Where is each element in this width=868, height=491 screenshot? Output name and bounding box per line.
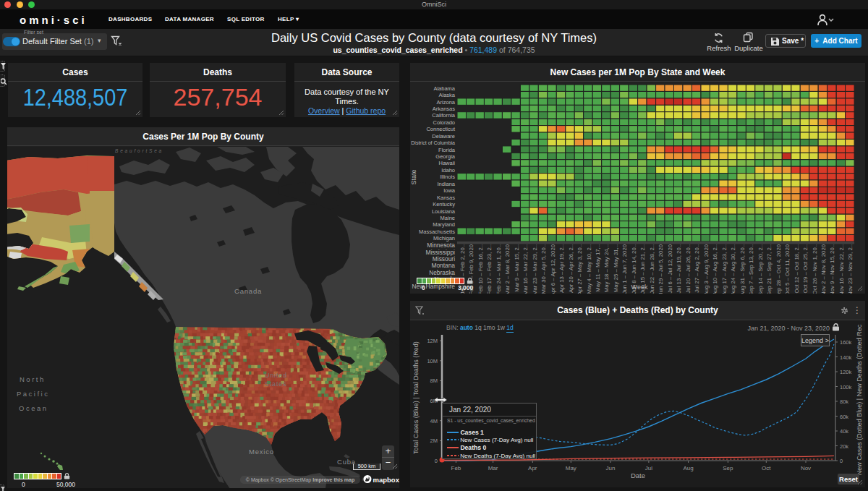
svg-text:Ocean: Ocean <box>19 404 48 412</box>
svg-text:Pacific: Pacific <box>17 390 49 398</box>
svg-text:Mexico: Mexico <box>249 448 274 456</box>
svg-text:12M: 12M <box>427 338 438 344</box>
svg-text:Illinois: Illinois <box>440 174 455 180</box>
svg-text:Date: Date <box>631 471 645 479</box>
svg-text:Jun: Jun <box>606 465 616 471</box>
svg-text:Sep 7 – Sep 13, 20..: Sep 7 – Sep 13, 20.. <box>748 244 754 294</box>
svg-text:Week: Week <box>631 283 648 291</box>
svg-text:Connecticut: Connecticut <box>426 126 456 132</box>
svg-text:Kentucky: Kentucky <box>433 201 455 208</box>
svg-text:States: States <box>265 380 286 388</box>
svg-text:Jul 13 – Jul 19, 20..: Jul 13 – Jul 19, 20.. <box>676 244 682 294</box>
svg-text:Idaho: Idaho <box>441 167 455 174</box>
svg-text:Maine: Maine <box>441 215 455 221</box>
svg-text:20k: 20k <box>840 443 848 450</box>
svg-text:Mar: Mar <box>488 465 498 471</box>
svg-text:Aug 10 – Aug 16, 2..: Aug 10 – Aug 16, 2.. <box>712 244 718 294</box>
svg-text:Louisiana: Louisiana <box>432 208 456 215</box>
svg-text:80k: 80k <box>840 398 848 405</box>
svg-text:0: 0 <box>840 458 843 464</box>
svg-text:May 25 – May 31,..: May 25 – May 31,.. <box>613 244 619 292</box>
svg-text:Aug 24 – Aug 30, 2..: Aug 24 – Aug 30, 2.. <box>730 244 736 294</box>
svg-text:Mar 30 – Apr 5, 20..: Mar 30 – Apr 5, 20.. <box>540 244 547 294</box>
svg-text:4M: 4M <box>430 418 438 424</box>
svg-text:Sep: Sep <box>723 465 733 471</box>
svg-text:Jun 22 – Jun 28, 2..: Jun 22 – Jun 28, 2.. <box>649 244 655 294</box>
svg-text:100k: 100k <box>840 384 852 390</box>
svg-text:mapbox: mapbox <box>373 476 400 484</box>
svg-text:Apr 27 – May 3, 20..: Apr 27 – May 3, 20.. <box>576 244 583 294</box>
svg-text:Nov 23 – Nov 29, 2..: Nov 23 – Nov 29, 2.. <box>847 244 854 294</box>
svg-text:Nov 16 – Nov 22, 2..: Nov 16 – Nov 22, 2.. <box>838 244 845 294</box>
svg-text:May: May <box>566 465 576 471</box>
svg-text:California: California <box>432 112 456 119</box>
svg-text:Kansas: Kansas <box>437 195 455 201</box>
svg-text:Alaska: Alaska <box>438 92 455 98</box>
svg-text:Aug 17 – Aug 23, 2..: Aug 17 – Aug 23, 2.. <box>721 244 728 294</box>
svg-text:140k: 140k <box>840 354 852 361</box>
svg-text:May 11 – May 17,..: May 11 – May 17,.. <box>595 244 601 292</box>
svg-text:160k: 160k <box>840 339 852 346</box>
svg-text:Michigan: Michigan <box>433 235 455 242</box>
svg-text:Jul 27 – Aug 2, 20..: Jul 27 – Aug 2, 20.. <box>694 244 700 293</box>
svg-text:Maryland: Maryland <box>433 221 455 228</box>
svg-text:Aug 3 – Aug 9, 2020: Aug 3 – Aug 9, 2020 <box>703 244 710 294</box>
svg-text:Feb 24 – Mar 1, 20..: Feb 24 – Mar 1, 20.. <box>495 244 502 294</box>
svg-text:40k: 40k <box>840 428 848 435</box>
svg-text:Sep 28 – Oct 4, 2020: Sep 28 – Oct 4, 2020 <box>775 244 782 294</box>
svg-text:Oct 19 – Oct 25, 2..: Oct 19 – Oct 25, 2.. <box>802 244 809 294</box>
svg-text:B e a u f o r t S e a: B e a u f o r t S e a <box>115 148 162 153</box>
svg-text:Arkansas: Arkansas <box>433 106 456 112</box>
svg-text:Apr 13 – Apr 19, 2..: Apr 13 – Apr 19, 2.. <box>558 244 565 293</box>
svg-text:Apr: Apr <box>528 465 537 471</box>
svg-text:Sep 14 – Sep 20, 2..: Sep 14 – Sep 20, 2.. <box>757 244 764 294</box>
svg-text:Feb 10 – Feb 16, 2..: Feb 10 – Feb 16, 2.. <box>477 244 484 294</box>
svg-text:8M: 8M <box>430 377 438 384</box>
svg-text:Feb 17 – Feb 23, 2..: Feb 17 – Feb 23, 2.. <box>486 244 493 294</box>
svg-text:Indiana: Indiana <box>437 181 455 187</box>
svg-text:120k: 120k <box>840 369 852 375</box>
svg-text:Jul 6 – Jul 12, 2020: Jul 6 – Jul 12, 2020 <box>667 244 673 293</box>
svg-text:Mar 23 – Mar 29, 2..: Mar 23 – Mar 29, 2.. <box>532 244 538 294</box>
svg-text:Jul 20 – Jul 26, 20..: Jul 20 – Jul 26, 20.. <box>685 244 692 294</box>
svg-text:Feb: Feb <box>451 465 461 471</box>
svg-text:Hawaii: Hawaii <box>438 160 455 166</box>
svg-text:Arizona: Arizona <box>437 99 456 106</box>
svg-text:North: North <box>20 375 46 383</box>
svg-text:Nov: Nov <box>801 465 811 471</box>
svg-text:Oct 26 – Nov 1, 20..: Oct 26 – Nov 1, 20.. <box>812 244 818 294</box>
svg-text:Jul: Jul <box>645 465 652 471</box>
svg-text:2M: 2M <box>430 437 438 444</box>
svg-text:Nebraska: Nebraska <box>429 269 455 276</box>
svg-text:State: State <box>410 169 417 184</box>
svg-text:Georgia: Georgia <box>435 153 456 160</box>
svg-text:Mar 16 – Mar 22, 2..: Mar 16 – Mar 22, 2.. <box>522 244 529 294</box>
svg-text:Apr 20 – Apr 26, 2..: Apr 20 – Apr 26, 2.. <box>568 244 574 293</box>
svg-text:Oct: Oct <box>762 465 771 471</box>
svg-text:United: United <box>265 372 287 379</box>
svg-text:Nov 9 – Nov 15, 20..: Nov 9 – Nov 15, 20.. <box>829 244 835 294</box>
svg-text:Iowa: Iowa <box>443 187 456 194</box>
svg-text:Colorado: Colorado <box>433 119 455 126</box>
svg-text:Oct 5 – Oct 11, 2020: Oct 5 – Oct 11, 2020 <box>784 244 791 294</box>
svg-text:0: 0 <box>435 458 438 464</box>
svg-text:Delaware: Delaware <box>432 133 455 140</box>
svg-text:Total Cases (Blue) | Total Dea: Total Cases (Blue) | Total Deaths (Red) <box>412 341 420 454</box>
svg-text:Mar 2 – Mar 8, 2020: Mar 2 – Mar 8, 2020 <box>504 244 511 294</box>
svg-text:10M: 10M <box>427 358 438 364</box>
svg-text:May 4 – May 10, 2..: May 4 – May 10, 2.. <box>586 244 592 294</box>
svg-text:Aug 31 – Sep 6, 20..: Aug 31 – Sep 6, 20.. <box>739 244 746 294</box>
svg-text:Jun 29 – Jul 5, 2020: Jun 29 – Jul 5, 2020 <box>658 244 664 294</box>
svg-text:Massachusetts: Massachusetts <box>419 229 455 235</box>
svg-text:Mar 9 – Mar 15, 2..: Mar 9 – Mar 15, 2.. <box>514 244 520 292</box>
svg-text:New Cases (Dotted Blue) | New: New Cases (Dotted Blue) | New Deaths (Do… <box>856 324 863 475</box>
svg-text:District of Columbia: District of Columbia <box>411 140 455 145</box>
svg-text:Canada: Canada <box>234 287 262 295</box>
svg-text:Aug: Aug <box>683 465 693 471</box>
svg-text:Oct 12 – Oct 18, 2..: Oct 12 – Oct 18, 2.. <box>793 244 800 294</box>
svg-text:May 18 – May 24,..: May 18 – May 24,.. <box>603 244 610 292</box>
svg-text:60k: 60k <box>840 414 848 420</box>
svg-text:Florida: Florida <box>438 147 456 153</box>
svg-text:Sep 21 – Sep 27, 2..: Sep 21 – Sep 27, 2.. <box>766 244 773 294</box>
svg-text:Nov 2 – Nov 8, 2020: Nov 2 – Nov 8, 2020 <box>820 244 827 294</box>
